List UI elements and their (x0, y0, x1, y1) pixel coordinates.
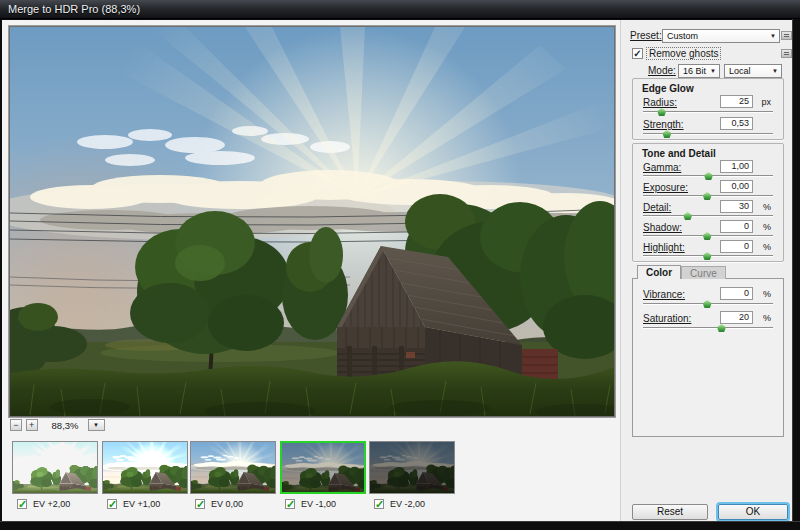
thumbnail-ev-0[interactable] (190, 441, 276, 494)
saturation-label: Saturation: (643, 313, 691, 324)
ev-row: ✓EV -1,00 (285, 498, 336, 510)
gamma-label: Gamma: (643, 162, 681, 173)
radius-input[interactable]: 25 (720, 95, 753, 108)
shadow-slider-thumb[interactable] (703, 232, 712, 240)
chevron-down-icon: ▼ (772, 68, 778, 74)
highlight-slider[interactable] (643, 255, 773, 257)
saturation-unit: % (763, 313, 771, 323)
vibrance-row: Vibrance: 0 % (643, 289, 773, 313)
window-frame-right (792, 19, 800, 530)
preview-pane: − + 88,3% ▼ ✓EV +2,00 ✓EV +1,00 ✓EV (2, 20, 621, 521)
tab-curve[interactable]: Curve (681, 266, 726, 279)
exposure-input[interactable]: 0,00 (720, 180, 753, 193)
ev-label: EV 0,00 (211, 499, 243, 509)
thumbnail-ev-minus1[interactable] (280, 441, 366, 494)
detail-slider[interactable] (643, 215, 773, 217)
vibrance-slider-thumb[interactable] (703, 300, 712, 308)
saturation-input[interactable]: 20 (720, 311, 753, 324)
settings-panel: Preset: Custom ▼ ✓ Remove ghosts Mode: 1… (624, 20, 792, 521)
window-frame-bottom (0, 521, 800, 530)
exposure-row: Exposure: 0,00 (643, 182, 773, 202)
color-curve-tabs: ColorCurve (637, 265, 726, 279)
mode-label: Mode: (648, 65, 676, 76)
detail-slider-thumb[interactable] (683, 212, 692, 220)
vibrance-slider[interactable] (643, 303, 773, 305)
method-dropdown[interactable]: Local Adaptation ▼ (724, 64, 782, 78)
preset-dropdown[interactable]: Custom ▼ (662, 29, 780, 43)
radius-label: Radius: (643, 97, 677, 108)
title-bar[interactable]: Merge to HDR Pro (88,3%) (0, 0, 800, 19)
saturation-row: Saturation: 20 % (643, 313, 773, 337)
ev-row: ✓EV +1,00 (107, 498, 160, 510)
ev-checkbox[interactable]: ✓ (17, 499, 27, 509)
ghosts-menu-icon[interactable] (781, 49, 792, 58)
thumbnail-ev-minus2[interactable] (369, 441, 455, 494)
ok-button[interactable]: OK (718, 504, 788, 520)
zoom-level-value: 88,3% (49, 420, 81, 431)
strength-row: Strength: 0,53 (643, 119, 773, 141)
saturation-slider-thumb[interactable] (717, 324, 726, 332)
ev-checkbox[interactable]: ✓ (195, 499, 205, 509)
ev-label: EV -1,00 (301, 499, 336, 509)
highlight-slider-thumb[interactable] (703, 252, 712, 260)
gamma-slider[interactable] (643, 175, 773, 177)
highlight-input[interactable]: 0 (720, 240, 753, 253)
strength-label: Strength: (643, 119, 684, 130)
exposure-slider[interactable] (643, 195, 773, 197)
window-title: Merge to HDR Pro (88,3%) (8, 3, 140, 15)
saturation-slider[interactable] (643, 327, 773, 329)
ev-label: EV -2,00 (390, 499, 425, 509)
merge-to-hdr-pro-dialog: Merge to HDR Pro (88,3%) − + 88,3% ▼ (0, 0, 800, 530)
zoom-in-button[interactable]: + (26, 419, 38, 431)
tone-detail-title: Tone and Detail (642, 148, 783, 159)
shadow-label: Shadow: (643, 222, 682, 233)
hdr-preview-image[interactable] (10, 27, 614, 416)
zoom-out-button[interactable]: − (10, 419, 22, 431)
dialog-content: − + 88,3% ▼ ✓EV +2,00 ✓EV +1,00 ✓EV (2, 20, 792, 521)
gamma-input[interactable]: 1,00 (720, 160, 753, 173)
chevron-down-icon: ▼ (770, 33, 776, 39)
vibrance-label: Vibrance: (643, 289, 685, 300)
highlight-label: Highlight: (643, 242, 685, 253)
edge-glow-title: Edge Glow (642, 83, 783, 94)
preset-value: Custom (667, 31, 698, 41)
ev-row: ✓EV -2,00 (374, 498, 425, 510)
tab-color[interactable]: Color (637, 265, 681, 279)
remove-ghosts-label[interactable]: Remove ghosts (647, 48, 720, 59)
gamma-slider-thumb[interactable] (704, 172, 713, 180)
preset-label: Preset: (630, 30, 662, 41)
preset-menu-icon[interactable] (781, 31, 792, 40)
ev-checkbox[interactable]: ✓ (285, 499, 295, 509)
zoom-dropdown-button[interactable]: ▼ (88, 419, 105, 431)
tone-detail-group: Tone and Detail Gamma: 1,00 Exposure: 0,… (632, 143, 784, 262)
vibrance-unit: % (763, 289, 771, 299)
detail-label: Detail: (643, 202, 671, 213)
radius-slider-thumb[interactable] (657, 108, 666, 116)
detail-unit: % (763, 202, 771, 212)
strength-input[interactable]: 0,53 (720, 117, 753, 130)
chevron-down-icon: ▼ (710, 68, 716, 74)
vibrance-input[interactable]: 0 (720, 287, 753, 300)
shadow-input[interactable]: 0 (720, 220, 753, 233)
ev-checkbox[interactable]: ✓ (374, 499, 384, 509)
shadow-row: Shadow: 0 % (643, 222, 773, 242)
gamma-row: Gamma: 1,00 (643, 162, 773, 182)
radius-slider[interactable] (643, 111, 773, 113)
reset-button[interactable]: Reset (632, 504, 708, 520)
strength-slider[interactable] (643, 133, 773, 135)
exposure-label: Exposure: (643, 182, 688, 193)
bit-depth-value: 16 Bit (683, 66, 706, 76)
exposure-slider-thumb[interactable] (703, 192, 712, 200)
thumbnail-ev-plus2[interactable] (12, 441, 98, 494)
ev-row: ✓EV 0,00 (195, 498, 243, 510)
remove-ghosts-checkbox[interactable]: ✓ (632, 48, 643, 59)
strength-slider-thumb[interactable] (662, 130, 671, 138)
shadow-slider[interactable] (643, 235, 773, 237)
edge-glow-group: Edge Glow Radius: 25 px Strength: 0,53 (632, 78, 784, 140)
bit-depth-dropdown[interactable]: 16 Bit ▼ (678, 64, 720, 78)
shadow-unit: % (763, 222, 771, 232)
ev-checkbox[interactable]: ✓ (107, 499, 117, 509)
ev-label: EV +1,00 (123, 499, 160, 509)
thumbnail-ev-plus1[interactable] (102, 441, 188, 494)
detail-input[interactable]: 30 (720, 200, 753, 213)
